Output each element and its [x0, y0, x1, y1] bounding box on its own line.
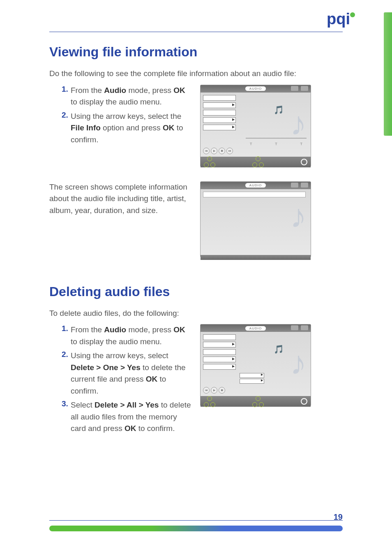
paragraph-col: The screen shows complete information ab… — [49, 181, 192, 264]
device-nav-bar — [201, 157, 311, 167]
audio-mode-pill: AUDIO — [245, 326, 266, 331]
info-paragraph: The screen shows complete information ab… — [49, 181, 192, 217]
nav-icon — [210, 402, 215, 407]
timeline-ticks: T T T — [250, 142, 302, 146]
nav-icon — [204, 402, 209, 407]
audio-mode-pill: AUDIO — [245, 86, 266, 91]
device-status-bar: AUDIO — [201, 85, 311, 93]
ok-button-icon — [301, 398, 307, 405]
audio-mode-pill: AUDIO — [245, 183, 266, 188]
steps-col-1: 1. From the Audio mode, press OK to disp… — [49, 85, 192, 173]
signal-icon — [291, 183, 298, 188]
row-steps-screen-1: 1. From the Audio mode, press OK to disp… — [49, 85, 343, 173]
step-number: 1. — [62, 85, 71, 94]
step-2-1: 1. From the Audio mode, press OK to disp… — [62, 324, 192, 348]
side-tab-decoration — [384, 12, 392, 136]
intro-text-1: Do the following to see the complete fil… — [49, 68, 343, 80]
section-heading-viewing: Viewing file information — [49, 44, 343, 60]
step-1-1: 1. From the Audio mode, press OK to disp… — [62, 85, 192, 108]
manual-page: pqi Viewing file information Do the foll… — [0, 0, 392, 556]
playback-controls: ⏮ ▶ ⏹ — [203, 387, 225, 394]
page-header: pqi — [49, 0, 343, 32]
prev-icon: ⏮ — [203, 148, 210, 154]
step-number: 2. — [62, 111, 71, 120]
nav-icon — [252, 402, 257, 407]
prev-icon: ⏮ — [203, 387, 210, 394]
screenshot-col-2: AUDIO ♪ — [200, 181, 343, 264]
step-1-2: 2. Using the arrow keys, select the File… — [62, 111, 192, 146]
menu-item — [203, 364, 236, 370]
footer-rule — [49, 520, 343, 521]
device-screen-body: 🎵 ♪ ⏮ ▶ ⏹ — [201, 332, 311, 396]
step-number: 1. — [62, 324, 71, 333]
signal-icon — [291, 86, 298, 91]
device-status-bar: AUDIO — [201, 324, 311, 332]
signal-icon — [291, 325, 298, 330]
section-heading-deleting: Deleting audio files — [49, 284, 343, 299]
device-status-bar: AUDIO — [201, 182, 311, 189]
play-icon: ▶ — [211, 387, 217, 394]
step-text: Select Delete > All > Yes to delete all … — [71, 399, 192, 435]
nav-icon — [210, 162, 215, 167]
submenu-item — [240, 379, 264, 384]
page-number: 19 — [334, 512, 343, 522]
section-deleting: Deleting audio files To delete audio fil… — [49, 284, 343, 437]
brand-logo: pqi — [327, 10, 355, 28]
footer-gradient-bar: 19 — [49, 526, 343, 531]
menu-item — [203, 334, 236, 340]
step-text: Using the arrow keys, select Delete > On… — [71, 350, 192, 397]
row-paragraph-screen-2: The screen shows complete information ab… — [49, 181, 343, 264]
step-text: Using the arrow keys, select the File In… — [71, 111, 192, 146]
logo-text: pqi — [327, 10, 350, 28]
screenshot-col-3: AUDIO — [200, 324, 343, 437]
step-2-2: 2. Using the arrow keys, select Delete >… — [62, 350, 192, 397]
next-icon: ⏭ — [226, 148, 233, 154]
info-field — [203, 192, 306, 197]
nav-icon — [256, 396, 261, 401]
step-number: 2. — [62, 350, 71, 359]
battery-icon — [301, 86, 308, 91]
step-2-3: 3. Select Delete > All > Yes to delete a… — [62, 399, 192, 435]
intro-text-2: To delete audio files, do the following: — [49, 308, 343, 320]
menu-item — [203, 349, 236, 355]
battery-icon — [301, 325, 308, 330]
device-screenshot-info: AUDIO ♪ — [200, 181, 311, 257]
stop-icon: ⏹ — [219, 148, 225, 154]
logo-dot-icon — [350, 12, 355, 17]
nav-icon — [259, 402, 264, 407]
device-screenshot-delete: AUDIO — [200, 324, 311, 406]
step-text: From the Audio mode, press OK to display… — [71, 85, 192, 108]
device-bottom-strip — [201, 255, 311, 260]
nav-icon — [207, 156, 212, 161]
playback-controls: ⏮ ▶ ⏹ ⏭ — [203, 148, 233, 154]
device-screen-body: 🎵 ♪ T T T ⏮ ▶ ⏹ ⏭ — [201, 93, 311, 157]
music-folder-icon: 🎵 — [274, 105, 286, 115]
menu-item — [203, 95, 236, 101]
progress-line — [246, 138, 307, 139]
ok-button-icon — [301, 159, 307, 165]
menu-item — [203, 102, 236, 108]
menu-item — [203, 357, 236, 362]
menu-item — [203, 125, 236, 130]
device-screenshot-menu: AUDIO 🎵 — [200, 85, 311, 167]
page-content: Viewing file information Do the followin… — [0, 32, 392, 437]
music-note-watermark: ♪ — [290, 344, 307, 382]
music-note-watermark: ♪ — [290, 105, 307, 143]
screenshot-col-1: AUDIO 🎵 — [200, 85, 343, 173]
nav-icon — [259, 162, 264, 167]
nav-icon — [256, 156, 261, 161]
menu-item — [203, 110, 236, 116]
submenu — [240, 373, 264, 384]
step-number: 3. — [62, 399, 71, 408]
row-steps-screen-3: 1. From the Audio mode, press OK to disp… — [49, 324, 343, 437]
page-footer: 19 — [0, 520, 392, 531]
steps-col-2: 1. From the Audio mode, press OK to disp… — [49, 324, 192, 437]
battery-icon — [301, 183, 308, 188]
file-info-body: ♪ — [201, 189, 311, 255]
device-nav-bar — [201, 396, 311, 407]
step-text: From the Audio mode, press OK to display… — [71, 324, 192, 348]
nav-icon — [204, 162, 209, 167]
nav-icon — [207, 396, 212, 401]
music-note-watermark: ♪ — [290, 197, 307, 235]
stop-icon: ⏹ — [219, 387, 225, 394]
